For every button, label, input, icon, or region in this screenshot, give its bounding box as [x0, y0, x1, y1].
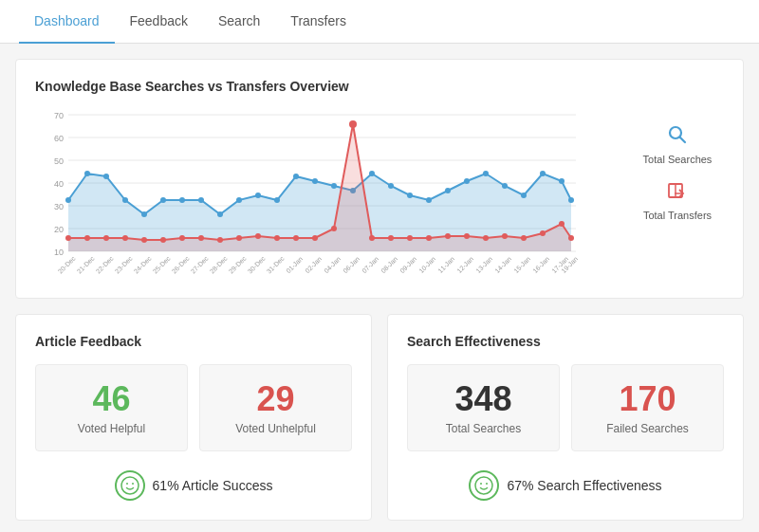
svg-point-52 — [217, 237, 223, 243]
tab-dashboard[interactable]: Dashboard — [19, 0, 115, 44]
transfer-icon — [667, 180, 688, 206]
svg-point-38 — [502, 183, 508, 189]
svg-point-25 — [255, 193, 261, 198]
chart-card: Knowledge Base Searches vs Transfers Ove… — [15, 59, 744, 299]
svg-text:01-Jan: 01-Jan — [285, 255, 304, 274]
svg-point-24 — [236, 197, 242, 203]
svg-text:16-Jan: 16-Jan — [531, 255, 550, 274]
svg-point-31 — [369, 171, 375, 176]
svg-point-18 — [122, 197, 128, 203]
search-icon — [667, 124, 688, 150]
svg-text:28-Dec: 28-Dec — [209, 254, 229, 274]
svg-text:40: 40 — [54, 179, 64, 189]
legend-searches: Total Searches — [631, 124, 724, 165]
svg-point-23 — [217, 211, 223, 217]
search-effectiveness-text: 67% Search Effectiveness — [507, 478, 661, 493]
legend-transfers: Total Transfers — [631, 180, 724, 221]
failed-searches-label: Failed Searches — [587, 422, 708, 435]
svg-point-54 — [255, 233, 261, 239]
svg-text:12-Jan: 12-Jan — [455, 255, 474, 274]
svg-text:25-Dec: 25-Dec — [152, 254, 172, 274]
svg-point-60 — [369, 235, 375, 241]
svg-point-37 — [483, 171, 489, 176]
svg-point-56 — [293, 235, 299, 241]
svg-point-45 — [84, 235, 90, 241]
svg-point-44 — [65, 235, 71, 241]
chart-area: 70 60 50 40 30 20 10 — [35, 105, 724, 279]
tab-search[interactable]: Search — [203, 0, 275, 44]
svg-point-63 — [426, 235, 432, 241]
legend-searches-label: Total Searches — [643, 154, 713, 165]
search-effectiveness-smiley — [469, 470, 499, 501]
article-feedback-title: Article Feedback — [35, 334, 352, 349]
tab-feedback[interactable]: Feedback — [115, 0, 203, 44]
svg-text:50: 50 — [54, 156, 64, 166]
svg-text:10: 10 — [54, 248, 64, 257]
svg-text:21-Dec: 21-Dec — [76, 254, 96, 274]
voted-helpful-count: 46 — [51, 380, 172, 418]
tabs-bar: Dashboard Feedback Search Transfers — [0, 0, 759, 44]
svg-point-58 — [331, 226, 337, 231]
svg-point-64 — [445, 233, 451, 239]
svg-text:20: 20 — [54, 225, 64, 234]
svg-text:08-Jan: 08-Jan — [380, 255, 398, 274]
svg-text:20-Dec: 20-Dec — [57, 254, 77, 274]
svg-text:02-Jan: 02-Jan — [304, 255, 323, 274]
svg-point-105 — [121, 477, 139, 494]
svg-text:07-Jan: 07-Jan — [361, 255, 380, 274]
article-feedback-card: Article Feedback 46 Voted Helpful 29 Vot… — [15, 314, 372, 521]
svg-text:70: 70 — [54, 111, 64, 120]
bottom-row: Article Feedback 46 Voted Helpful 29 Vot… — [15, 314, 744, 521]
svg-point-67 — [502, 233, 508, 239]
search-effectiveness-boxes: 348 Total Searches 170 Failed Searches — [407, 364, 724, 451]
svg-point-22 — [198, 197, 204, 203]
article-success-footer: 61% Article Success — [35, 467, 352, 501]
svg-point-65 — [464, 233, 470, 239]
svg-point-62 — [407, 235, 413, 241]
svg-point-49 — [160, 237, 166, 243]
svg-point-33 — [407, 193, 413, 198]
svg-point-71 — [568, 235, 574, 241]
svg-point-39 — [521, 193, 527, 198]
search-effectiveness-card: Search Effectiveness 348 Total Searches … — [387, 314, 744, 521]
svg-line-101 — [680, 138, 686, 143]
svg-text:14-Jan: 14-Jan — [493, 255, 512, 274]
legend-transfers-label: Total Transfers — [643, 210, 712, 221]
svg-point-26 — [274, 197, 280, 203]
svg-point-110 — [486, 483, 488, 485]
app-container: Dashboard Feedback Search Transfers Know… — [0, 0, 759, 532]
svg-point-32 — [388, 183, 394, 189]
svg-point-19 — [141, 211, 147, 217]
svg-point-27 — [293, 174, 299, 179]
svg-point-107 — [132, 483, 134, 485]
svg-point-28 — [312, 178, 318, 184]
tab-transfers[interactable]: Transfers — [275, 0, 361, 44]
svg-text:09-Jan: 09-Jan — [398, 255, 417, 274]
svg-text:30-Dec: 30-Dec — [247, 254, 267, 274]
svg-point-50 — [179, 235, 185, 241]
svg-point-48 — [141, 237, 147, 243]
failed-searches-count: 170 — [587, 380, 708, 418]
voted-unhelpful-box: 29 Voted Unhelpful — [199, 364, 352, 451]
svg-point-16 — [84, 171, 90, 176]
svg-point-51 — [198, 235, 204, 241]
main-content: Knowledge Base Searches vs Transfers Ove… — [0, 44, 759, 532]
svg-point-42 — [568, 197, 574, 203]
svg-point-17 — [103, 174, 109, 179]
article-success-smiley — [115, 470, 145, 501]
chart-svg-container: 70 60 50 40 30 20 10 — [35, 105, 620, 279]
svg-text:10-Jan: 10-Jan — [417, 255, 436, 274]
search-effectiveness-title: Search Effectiveness — [407, 334, 724, 349]
svg-point-57 — [312, 235, 318, 241]
svg-text:13-Jan: 13-Jan — [474, 255, 493, 274]
svg-text:23-Dec: 23-Dec — [114, 254, 134, 274]
chart-title: Knowledge Base Searches vs Transfers Ove… — [35, 79, 724, 94]
svg-point-47 — [122, 235, 128, 241]
voted-unhelpful-label: Voted Unhelpful — [215, 422, 336, 435]
svg-text:04-Jan: 04-Jan — [323, 255, 342, 274]
svg-point-53 — [236, 235, 242, 241]
svg-text:22-Dec: 22-Dec — [95, 254, 115, 274]
svg-point-21 — [179, 197, 185, 203]
svg-point-20 — [160, 197, 166, 203]
svg-text:30: 30 — [54, 202, 64, 211]
